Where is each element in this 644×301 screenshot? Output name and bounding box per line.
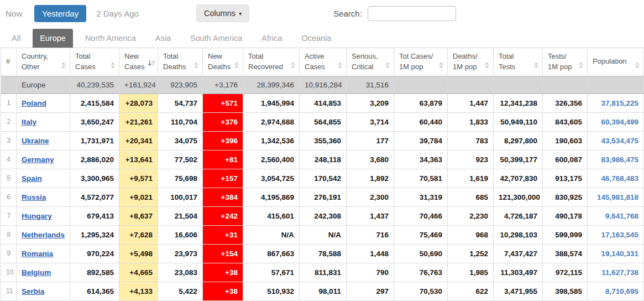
cell-total-recovered: 4,195,869 [243,188,300,206]
country-link[interactable]: Poland [22,99,46,107]
population-link[interactable]: 11,627,738 [601,268,638,277]
column-header-active-cases[interactable]: ActiveCases [300,48,347,76]
column-header-total-recovered[interactable]: TotalRecovered [243,48,300,76]
population-link[interactable]: 83,986,475 [601,155,638,164]
cell-total-tests: 42,707,830 [494,169,543,188]
cell-tests-1m: 600,087 [543,150,588,169]
column-header-total-tests[interactable]: TotalTests [494,48,543,76]
continent-tabs: AllEuropeNorth AmericaAsiaSouth AmericaA… [0,27,644,48]
population-link[interactable]: 43,534,475 [601,137,638,145]
now-button[interactable]: Now [6,9,22,18]
cell-new-cases: +4,133 [119,282,158,300]
cell-total-recovered: 2,974,688 [243,112,300,131]
cell-deaths-1m: 1,252 [448,244,494,263]
column-header-[interactable]: # [1,48,17,76]
cell-active-cases: 98,011 [300,282,347,300]
population-link[interactable]: 8,710,695 [605,287,638,295]
country-link[interactable]: Russia [22,193,46,201]
population-cell: 9,641,768 [588,206,644,225]
column-header-tot-cases-1m-pop[interactable]: Tot Cases/1M pop [394,48,448,76]
population-link[interactable]: 60,394,499 [601,118,638,126]
cell-deaths-1m: 1,619 [448,169,494,188]
cell-total-deaths: 23,083 [158,263,203,282]
yesterday-button[interactable]: Yesterday [34,5,86,22]
table-row: 5 Spain 3,300,965 +9,571 75,698 +157 3,0… [1,169,644,188]
cell-total-cases: 4,572,077 [70,188,119,206]
population-link[interactable]: 145,981,818 [597,193,638,201]
totals-active-cases: 10,916,284 [300,76,347,94]
cell-deaths-1m: 2,230 [448,206,494,225]
cell-new-deaths: +157 [203,169,243,188]
country-link[interactable]: Netherlands [22,231,65,239]
cell-new-deaths: +38 [203,282,243,300]
country-link[interactable]: Italy [22,118,36,126]
population-cell: 19,140,331 [588,244,644,263]
cell-total-tests: 8,297,800 [494,131,543,150]
country-cell: Poland [17,94,70,112]
cell-total-deaths: 54,737 [158,94,203,112]
tab-north-america[interactable]: North America [78,29,143,48]
column-header-deaths-1m-pop[interactable]: Deaths/1M pop [448,48,494,76]
cell-active-cases: 170,542 [300,169,347,188]
sort-icon [534,62,538,69]
sort-desc-icon [148,60,155,70]
sort-icon [234,62,239,69]
table-row: 2 Italy 3,650,247 +21,261 110,704 +376 2… [1,112,644,131]
search-input[interactable] [368,6,456,21]
totals-rank-cell [1,76,17,94]
country-link[interactable]: Ukraine [22,137,49,145]
country-link[interactable]: Germany [22,155,54,164]
population-link[interactable]: 9,641,768 [605,212,638,220]
column-header-new-cases[interactable]: NewCases [119,48,158,76]
cell-total-deaths: 16,606 [158,225,203,244]
table-row: 6 Russia 4,572,077 +9,021 100,017 +384 4… [1,188,644,206]
cell-tot-cases-1m: 63,879 [394,94,448,112]
tab-asia[interactable]: Asia [148,29,178,48]
column-header-country-other[interactable]: Country,Other [17,48,70,76]
population-cell: 17,163,545 [588,225,644,244]
totals-new-deaths: +3,176 [203,76,243,94]
sort-icon [635,62,640,69]
column-header-tests-1m-pop[interactable]: Tests/1M pop [543,48,588,76]
tab-europe[interactable]: Europe [33,29,73,48]
row-rank: 2 [1,112,17,131]
tab-all[interactable]: All [4,29,28,48]
cell-tests-1m: 490,178 [543,206,588,225]
cell-serious-critical: 790 [347,263,394,282]
population-cell: 60,394,499 [588,112,644,131]
table-row: 3 Ukraine 1,731,971 +20,341 34,075 +396 … [1,131,644,150]
sort-icon [385,62,390,69]
cell-deaths-1m: 685 [448,188,494,206]
country-link[interactable]: Belgium [22,268,51,277]
cell-new-cases: +7,628 [119,225,158,244]
population-cell: 46,768,483 [588,169,644,188]
population-link[interactable]: 37,815,225 [601,99,638,107]
two-days-ago-button[interactable]: 2 Days Ago [96,9,139,18]
population-cell: 145,981,818 [588,188,644,206]
population-link[interactable]: 19,140,331 [601,250,638,258]
covid-stats-table: #Country,OtherTotalCasesNewCasesTotalDea… [1,48,644,301]
cell-new-cases: +28,073 [119,94,158,112]
tab-south-america[interactable]: South America [183,29,249,48]
column-header-serious-critical[interactable]: Serious,Critical [347,48,394,76]
row-rank: 3 [1,131,17,150]
column-header-total-cases[interactable]: TotalCases [70,48,119,76]
population-cell: 83,986,475 [588,150,644,169]
tab-africa[interactable]: Africa [254,29,289,48]
column-header-total-deaths[interactable]: TotalDeaths [158,48,203,76]
sort-icon [338,62,342,69]
tab-oceania[interactable]: Oceania [294,29,338,48]
cell-serious-critical: 1,448 [347,244,394,263]
cell-total-deaths: 21,504 [158,206,203,225]
column-header-new-deaths[interactable]: NewDeaths [203,48,243,76]
country-link[interactable]: Romania [22,250,53,258]
country-link[interactable]: Serbia [22,287,44,295]
population-link[interactable]: 17,163,545 [601,231,638,239]
country-link[interactable]: Spain [22,174,42,183]
cell-active-cases: 248,118 [300,150,347,169]
population-link[interactable]: 46,768,483 [601,174,638,183]
country-cell: Netherlands [17,225,70,244]
country-link[interactable]: Hungary [22,212,52,220]
columns-dropdown-button[interactable]: Columns▾ [196,4,249,22]
column-header-population[interactable]: Population [588,48,644,76]
